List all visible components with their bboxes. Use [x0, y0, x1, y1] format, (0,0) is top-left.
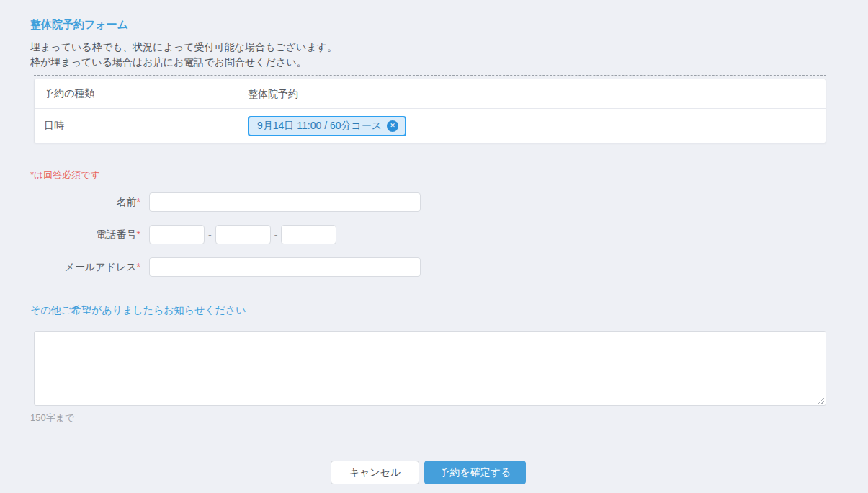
- reservation-form-page: 整体院予約フォーム 埋まっている枠でも、状況によって受付可能な場合もございます。…: [0, 0, 868, 484]
- required-note: *は回答必須です: [30, 169, 826, 182]
- name-row: 名前*: [30, 192, 826, 212]
- notes-textarea-wrap: [34, 331, 826, 406]
- confirm-reservation-button[interactable]: 予約を確定する: [424, 461, 526, 484]
- phone-part3-input[interactable]: [281, 225, 336, 244]
- datetime-chip-text: 9月14日 11:00 / 60分コース: [257, 120, 382, 133]
- remove-datetime-icon[interactable]: ✕: [387, 120, 398, 132]
- name-label: 名前*: [30, 196, 140, 209]
- notes-label: その他ご希望がありましたらお知らせください: [30, 304, 826, 317]
- phone-separator: -: [274, 229, 278, 241]
- notes-char-limit-hint: 150字まで: [30, 412, 826, 425]
- action-buttons: キャンセル 予約を確定する: [30, 461, 826, 484]
- description-line: 枠が埋まっている場合はお店にお電話でお問合せください。: [30, 55, 826, 70]
- email-label: メールアドレス*: [30, 261, 140, 274]
- reservation-type-label: 予約の種類: [35, 79, 238, 108]
- name-input[interactable]: [149, 192, 421, 212]
- datetime-label: 日時: [35, 109, 238, 143]
- phone-part2-input[interactable]: [215, 225, 271, 244]
- required-asterisk: *: [137, 196, 140, 208]
- email-input[interactable]: [149, 257, 421, 277]
- reservation-summary-table: 予約の種類 整体院予約 日時 9月14日 11:00 / 60分コース ✕: [34, 79, 826, 143]
- phone-row: 電話番号* - -: [30, 225, 826, 244]
- phone-part1-input[interactable]: [149, 225, 205, 244]
- page-title: 整体院予約フォーム: [30, 18, 826, 32]
- notes-textarea[interactable]: [34, 331, 826, 406]
- cancel-button[interactable]: キャンセル: [331, 461, 420, 484]
- required-asterisk: *: [137, 228, 140, 240]
- datetime-chip: 9月14日 11:00 / 60分コース ✕: [248, 116, 406, 136]
- required-asterisk: *: [137, 261, 140, 272]
- form-fields: 名前* 電話番号* - - メールアドレス*: [30, 192, 826, 277]
- reservation-type-value: 整体院予約: [238, 87, 826, 101]
- dashed-divider: [34, 75, 826, 76]
- table-row-reservation-type: 予約の種類 整体院予約: [35, 79, 826, 109]
- description-line: 埋まっている枠でも、状況によって受付可能な場合もございます。: [30, 40, 826, 55]
- phone-separator: -: [208, 229, 212, 241]
- table-row-datetime: 日時 9月14日 11:00 / 60分コース ✕: [35, 109, 826, 143]
- phone-label: 電話番号*: [30, 228, 140, 241]
- email-row: メールアドレス*: [30, 257, 826, 277]
